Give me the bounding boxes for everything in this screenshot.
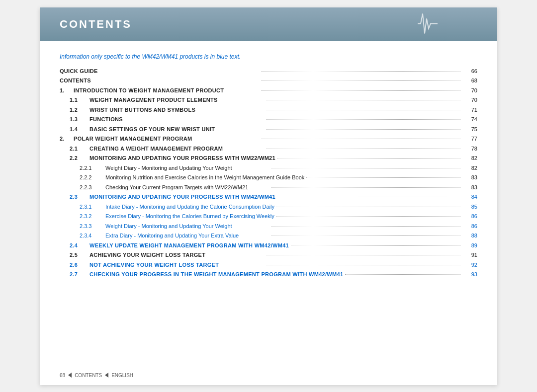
toc-num-s2-6: 2.6	[70, 261, 90, 269]
toc-item-s2-4: 2.4 WEEKLY UPDATE WEIGHT MANAGEMENT PROG…	[60, 241, 477, 250]
dots-s1-4	[266, 129, 460, 130]
toc-item-s1-1: 1.1 WEIGHT MANAGEMENT PRODUCT ELEMENTS 7…	[60, 96, 477, 104]
page-num-contents: 68	[462, 77, 477, 85]
dots-s2	[261, 139, 460, 139]
toc-label-s2-7: CHECKING YOUR PROGRESS IN THE WEIGHT MAN…	[90, 270, 343, 279]
dots-s1-3	[266, 119, 460, 120]
dots-s2-2-1	[271, 168, 460, 168]
toc-num-s2-7: 2.7	[70, 270, 90, 279]
page-num-s2-3-2: 86	[462, 212, 477, 221]
dots-s1-2	[266, 110, 460, 110]
dots-s2-4	[291, 245, 460, 246]
toc-label-s2-6: NOT ACHIEVING YOUR WEIGHT LOSS TARGET	[90, 261, 219, 269]
toc-label-s1-1: WEIGHT MANAGEMENT PRODUCT ELEMENTS	[90, 96, 218, 104]
toc-item-s2-3-4: 2.3.4 Extra Diary - Monitoring and Updat…	[60, 232, 477, 240]
footer-triangle-icon-2	[105, 373, 108, 378]
page-num-s2-3-1: 85	[462, 203, 477, 211]
toc-label-s2-5: ACHIEVING YOUR WEIGHT LOSS TARGET	[90, 251, 205, 259]
footer-triangle-icon	[68, 373, 72, 378]
toc-num-s1: 1.	[60, 86, 74, 95]
page-num-s2-2: 82	[462, 154, 477, 162]
toc-label-s2-3-2: Exercise Diary - Monitoring the Calories…	[105, 212, 274, 221]
page-num-s2-2-3: 83	[462, 183, 477, 192]
page-title: CONTENTS	[60, 18, 132, 31]
toc-num-s1-2: 1.2	[70, 106, 90, 114]
dots-quickguide	[261, 71, 460, 72]
page-num-s2-5: 91	[462, 251, 477, 259]
page-num-s1-4: 75	[462, 125, 477, 134]
toc-label-s2-4: WEEKLY UPDATE WEIGHT MANAGEMENT PROGRAM …	[90, 241, 289, 250]
toc-label-s1: INTRODUCTION TO WEIGHT MANAGEMENT PRODUC…	[74, 86, 224, 95]
toc-label-s2-3-3: Weight Diary - Monitoring and Updating Y…	[105, 222, 232, 231]
page-num-s2-7: 93	[462, 270, 477, 279]
dots-s2-3	[277, 197, 460, 197]
page-num-s2: 77	[462, 135, 477, 143]
content-area: Information only specific to the WM42/WM…	[40, 41, 497, 290]
toc-num-s2-3-2: 2.3.2	[80, 212, 105, 221]
toc-item-quickguide: QUICK GUIDE 66	[60, 67, 477, 76]
toc-num-s2-1: 2.1	[70, 145, 90, 153]
page-num-s2-3-4: 88	[462, 232, 477, 240]
toc-label-s2-2-1: Weight Diary - Monitoring and Updating Y…	[105, 164, 232, 172]
toc-num-s2-3-4: 2.3.4	[80, 232, 105, 240]
dots-s2-2-2	[306, 177, 460, 178]
toc-label-s2: POLAR WEIGHT MANAGEMENT PROGRAM	[74, 135, 192, 143]
page-num-s2-2-2: 83	[462, 173, 477, 182]
toc-label-contents: CONTENTS	[60, 77, 91, 85]
dots-s2-3-2	[276, 216, 460, 217]
dots-contents	[261, 80, 460, 81]
dots-s2-6	[266, 265, 460, 265]
toc-num-s2-3: 2.3	[70, 193, 90, 201]
toc-label-quickguide: QUICK GUIDE	[60, 67, 98, 76]
toc-item-s2-3-3: 2.3.3 Weight Diary - Monitoring and Upda…	[60, 222, 477, 231]
toc-item-s2-2-3: 2.2.3 Checking Your Current Program Targ…	[60, 183, 477, 192]
page-num-s2-3: 84	[462, 193, 477, 201]
toc-num-s2-3-3: 2.3.3	[80, 222, 105, 231]
toc-label-s2-1: CREATING A WEIGHT MANAGEMENT PROGRAM	[90, 145, 223, 153]
toc-item-s2-7: 2.7 CHECKING YOUR PROGRESS IN THE WEIGHT…	[60, 270, 477, 279]
dots-s2-3-3	[271, 226, 460, 227]
toc-label-s2-3-4: Extra Diary - Monitoring and Updating Yo…	[105, 232, 239, 240]
footer: 68 CONTENTS ENGLISH	[60, 373, 133, 378]
toc-item-s2-3: 2.3 MONITORING AND UPDATING YOUR PROGRES…	[60, 193, 477, 201]
footer-language: ENGLISH	[111, 373, 133, 378]
toc-item-contents: CONTENTS 68	[60, 77, 477, 85]
toc-item-s2-2-2: 2.2.2 Monitoring Nutrition and Exercise …	[60, 173, 477, 182]
page-num-s2-4: 89	[462, 241, 477, 250]
toc-item-s2: 2. POLAR WEIGHT MANAGEMENT PROGRAM 77	[60, 135, 477, 143]
toc-label-s2-3-1: Intake Diary - Monitoring and Updating t…	[105, 203, 274, 211]
page-num-s1-1: 70	[462, 96, 477, 104]
toc-num-s2-3-1: 2.3.1	[80, 203, 105, 211]
page-num-s1: 70	[462, 86, 477, 95]
dots-s1	[261, 90, 460, 91]
toc-item-s2-2: 2.2 MONITORING AND UPDATING YOUR PROGRES…	[60, 154, 477, 162]
waveform-decoration	[418, 8, 438, 40]
blue-note: Information only specific to the WM42/WM…	[60, 53, 477, 60]
page: CONTENTS Information only specific to th…	[40, 7, 497, 385]
toc-label-s1-4: BASIC SETTINGS OF YOUR NEW WRIST UNIT	[90, 125, 215, 134]
toc-label-s1-3: FUNCTIONS	[90, 115, 123, 124]
toc-item-s2-2-1: 2.2.1 Weight Diary - Monitoring and Upda…	[60, 164, 477, 172]
header-bar: CONTENTS	[40, 7, 497, 41]
toc-item-s1-4: 1.4 BASIC SETTINGS OF YOUR NEW WRIST UNI…	[60, 125, 477, 134]
toc-num-s2: 2.	[60, 135, 74, 143]
toc-num-s2-5: 2.5	[70, 251, 90, 259]
dots-s2-1	[266, 149, 460, 149]
toc-num-s1-4: 1.4	[70, 125, 90, 134]
footer-page: 68	[60, 373, 65, 378]
page-num-s2-3-3: 86	[462, 222, 477, 231]
toc-num-s2-2-1: 2.2.1	[80, 164, 105, 172]
toc-item-s2-5: 2.5 ACHIEVING YOUR WEIGHT LOSS TARGET 91	[60, 251, 477, 259]
dots-s2-7	[345, 274, 460, 275]
toc-label-s2-2: MONITORING AND UPDATING YOUR PROGRESS WI…	[90, 154, 275, 162]
page-num-s2-6: 92	[462, 261, 477, 269]
toc-item-s1-2: 1.2 WRIST UNIT BUTTONS AND SYMBOLS 71	[60, 106, 477, 114]
dots-s2-3-1	[276, 207, 460, 207]
dots-s2-2-3	[271, 187, 460, 188]
page-num-s1-3: 74	[462, 115, 477, 124]
toc-label-s2-3: MONITORING AND UPDATING YOUR PROGRESS WI…	[90, 193, 275, 201]
toc-num-s2-2-2: 2.2.2	[80, 173, 105, 182]
dots-s2-2	[277, 158, 460, 158]
page-num-s2-1: 78	[462, 145, 477, 153]
footer-section: CONTENTS	[75, 373, 102, 378]
